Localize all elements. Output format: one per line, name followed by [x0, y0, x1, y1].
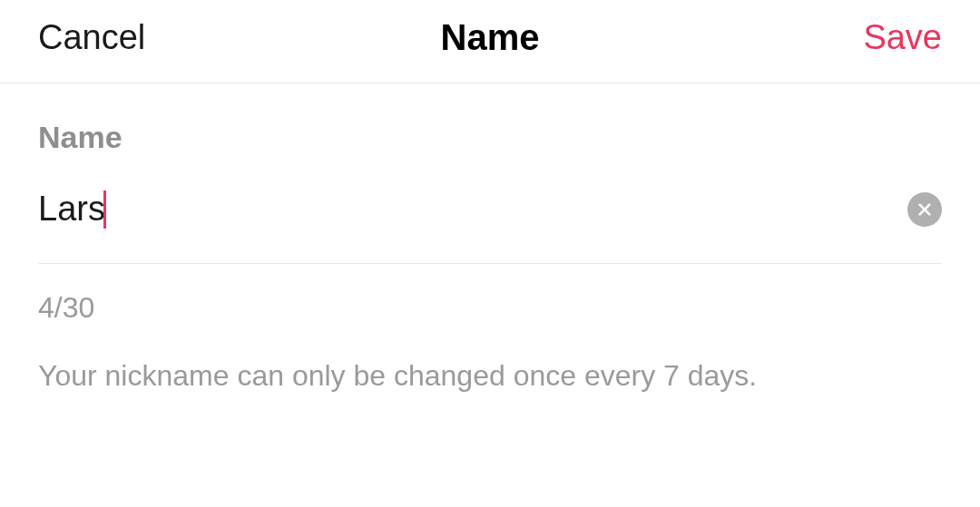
- close-icon: [916, 201, 933, 218]
- input-wrap: Lars: [38, 190, 106, 229]
- clear-button[interactable]: [907, 192, 942, 227]
- hint-text: Your nickname can only be changed once e…: [38, 356, 942, 396]
- save-button[interactable]: Save: [863, 18, 942, 57]
- char-counter: 4/30: [38, 291, 942, 325]
- content-area: Name Lars 4/30 Your nickname can only be…: [0, 83, 980, 396]
- page-title: Name: [441, 17, 540, 58]
- field-label: Name: [38, 120, 942, 155]
- name-input[interactable]: Lars: [38, 190, 105, 229]
- text-cursor: [103, 190, 106, 229]
- cancel-button[interactable]: Cancel: [38, 18, 145, 57]
- header: Cancel Name Save: [0, 0, 980, 83]
- input-row: Lars: [38, 190, 942, 264]
